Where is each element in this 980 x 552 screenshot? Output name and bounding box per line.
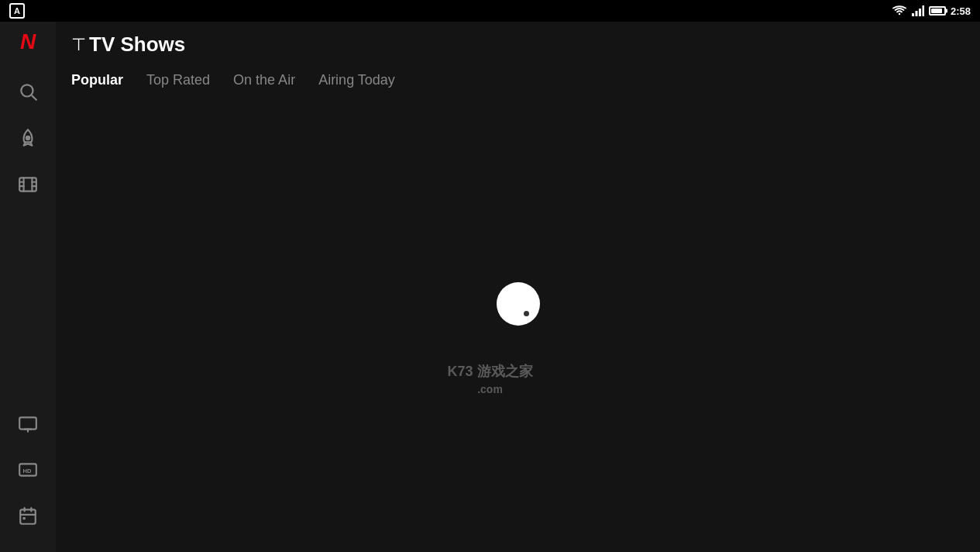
wifi-icon xyxy=(892,5,907,16)
sidebar-item-rocket[interactable] xyxy=(0,115,56,161)
svg-rect-7 xyxy=(19,178,36,191)
watermark: K73 游戏之家.com xyxy=(447,362,532,397)
film-icon xyxy=(18,174,38,195)
page-header: ⊤ TV Shows xyxy=(71,33,965,57)
page-title: TV Shows xyxy=(89,33,185,57)
signal-icon xyxy=(912,5,924,16)
status-bar-left: A xyxy=(9,3,25,19)
main-container: N xyxy=(0,22,980,552)
svg-rect-23 xyxy=(23,517,26,519)
svg-rect-0 xyxy=(912,13,914,16)
sidebar-item-film[interactable] xyxy=(0,161,56,208)
status-bar: A 2:58 xyxy=(0,0,980,22)
rocket-icon xyxy=(18,128,38,148)
tv-icon xyxy=(18,413,38,433)
search-icon xyxy=(18,81,38,102)
svg-line-5 xyxy=(32,95,36,99)
svg-text:HD: HD xyxy=(23,467,32,474)
svg-point-4 xyxy=(21,85,33,96)
loading-spinner xyxy=(497,282,540,326)
sidebar: N xyxy=(0,22,56,552)
svg-point-6 xyxy=(26,136,29,140)
sidebar-item-search[interactable] xyxy=(0,68,56,115)
content-area: ⊤ TV Shows Popular Top Rated On the Air … xyxy=(56,22,980,552)
svg-rect-1 xyxy=(915,11,917,16)
svg-rect-14 xyxy=(19,417,36,429)
svg-rect-3 xyxy=(922,5,924,16)
sidebar-item-tv[interactable] xyxy=(0,400,56,447)
status-bar-right: 2:58 xyxy=(892,5,971,17)
svg-rect-19 xyxy=(20,509,36,523)
sidebar-item-calendar[interactable] xyxy=(0,493,56,540)
sidebar-item-hd[interactable]: HD xyxy=(0,447,56,493)
svg-rect-2 xyxy=(919,9,921,16)
spinner-dot xyxy=(524,311,529,316)
loading-container xyxy=(71,66,965,541)
hd-icon: HD xyxy=(18,460,38,480)
app-icon: A xyxy=(9,3,25,19)
netflix-logo[interactable]: N xyxy=(20,31,36,53)
status-time: 2:58 xyxy=(951,5,971,17)
filter-icon: ⊤ xyxy=(71,35,86,55)
battery-icon xyxy=(929,6,946,16)
calendar-icon xyxy=(18,506,38,526)
